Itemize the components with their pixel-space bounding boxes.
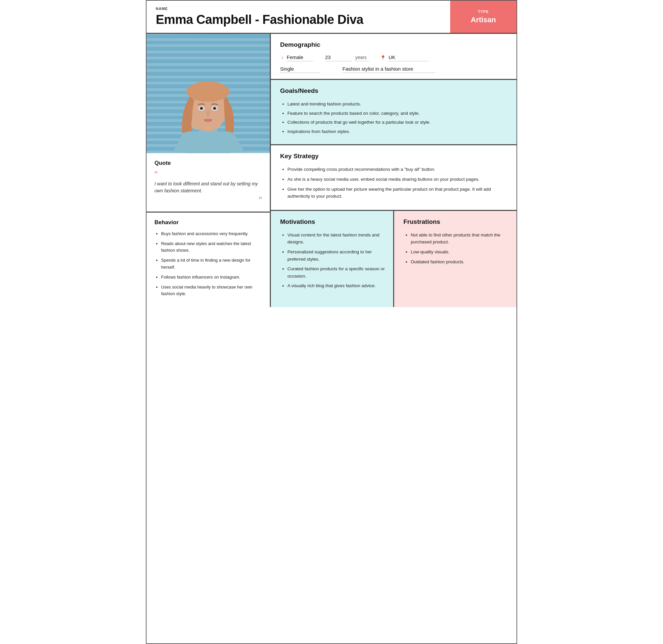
list-item: Uses social media heavily to showcase he… (161, 284, 262, 297)
status-field: Single (280, 66, 320, 73)
frustrations-title: Frustrations (404, 218, 508, 225)
quote-section: Quote “ I want to look different and sta… (146, 153, 270, 213)
svg-rect-4 (146, 53, 270, 57)
svg-rect-6 (146, 66, 270, 69)
type-label: TYPE (478, 9, 489, 14)
list-item: Low-quality visuals. (411, 248, 508, 256)
svg-point-25 (189, 81, 227, 98)
location-field: 📍 UK (380, 54, 428, 61)
quote-close: ” (155, 196, 262, 205)
motivations-title: Motivations (280, 218, 385, 225)
motivations-section: Motivations Visual content for the lates… (271, 211, 394, 307)
goals-title: Goals/Needs (280, 87, 507, 94)
list-item: Feature to search the products based on … (288, 110, 507, 117)
frustrations-list: Not able to find other products that mat… (404, 231, 508, 265)
header-left: NAME Emma Campbell - Fashionable Diva (146, 1, 450, 33)
quote-title: Quote (155, 160, 262, 166)
bottom-row: Motivations Visual content for the lates… (271, 211, 517, 307)
list-item: Buys fashion and accessories very freque… (161, 230, 262, 237)
demographic-title: Demographic (280, 41, 507, 48)
demo-row-2: Single Fashion stylist in a fashion stor… (280, 66, 507, 73)
demographic-section: Demographic ♀ Female 23 years 📍 (271, 34, 517, 80)
list-item: Inspirations from fashion styles. (288, 128, 507, 135)
svg-rect-1 (146, 34, 270, 38)
quote-text: I want to look different and stand out b… (155, 180, 262, 194)
svg-rect-2 (146, 41, 270, 44)
strategy-list: Provide compelling cross product recomme… (280, 166, 507, 200)
list-item: Spends a lot of time in finding a new de… (161, 257, 262, 270)
svg-point-28 (201, 107, 203, 109)
list-item: Visual content for the latest fashion tr… (288, 231, 385, 246)
list-item: Not able to find other products that mat… (411, 231, 508, 246)
list-item: A visually rich blog that gives fashion … (288, 282, 385, 289)
goals-section: Goals/Needs Latest and trending fashion … (271, 80, 517, 145)
strategy-title: Key Strategy (280, 153, 507, 160)
svg-point-32 (191, 116, 202, 130)
strategy-section: Key Strategy Provide compelling cross pr… (271, 145, 517, 210)
behavior-list: Buys fashion and accessories very freque… (155, 230, 262, 297)
list-item: Collections of products that go well tog… (288, 119, 507, 126)
demo-row-1: ♀ Female 23 years 📍 UK (280, 54, 507, 61)
status-value: Single (280, 66, 320, 73)
location-value: UK (389, 54, 428, 61)
right-column: Demographic ♀ Female 23 years 📍 (271, 34, 517, 307)
svg-rect-3 (146, 47, 270, 51)
name-label: NAME (156, 7, 441, 10)
list-item: Follows fashion influencers on Instagram… (161, 274, 262, 281)
list-item: Give her the option to upload her pictur… (288, 186, 507, 200)
type-value: Artisan (471, 16, 496, 24)
age-field: 23 years (325, 54, 369, 61)
gender-value: Female (287, 54, 313, 61)
list-item: Provide compelling cross product recomme… (288, 166, 507, 173)
occupation-value: Fashion stylist in a fashion store (342, 66, 435, 73)
persona-name: Emma Campbell - Fashionable Diva (156, 13, 441, 27)
list-item: Outdated fashion products. (411, 258, 508, 266)
svg-rect-5 (146, 59, 270, 63)
gender-icon: ♀ (280, 55, 284, 61)
list-item: Latest and trending fashion products. (288, 101, 507, 108)
persona-photo (146, 34, 270, 153)
svg-point-31 (213, 107, 215, 109)
list-item: Personalized suggestions according to he… (288, 248, 385, 263)
occupation-field: Fashion stylist in a fashion store (342, 66, 435, 73)
motivations-list: Visual content for the latest fashion tr… (280, 231, 385, 289)
behavior-section: Behavior Buys fashion and accessories ve… (146, 213, 270, 307)
location-icon: 📍 (380, 55, 386, 61)
list-item: Reads about new styles and watches the l… (161, 240, 262, 254)
left-column: Quote “ I want to look different and sta… (146, 34, 271, 307)
behavior-title: Behavior (155, 219, 262, 226)
goals-list: Latest and trending fashion products. Fe… (280, 101, 507, 135)
frustrations-section: Frustrations Not able to find other prod… (394, 211, 517, 307)
quote-open: “ (155, 170, 262, 179)
age-label: years (356, 55, 369, 61)
age-value: 23 (325, 54, 352, 61)
list-item: As she is a heavy social media user, emb… (288, 176, 507, 183)
main-content: Quote “ I want to look different and sta… (146, 34, 517, 307)
svg-rect-8 (146, 78, 270, 82)
svg-rect-7 (146, 72, 270, 76)
header-type: TYPE Artisan (450, 1, 517, 33)
gender-field: ♀ Female (280, 54, 313, 61)
header: NAME Emma Campbell - Fashionable Diva TY… (146, 1, 517, 34)
list-item: Curated fashion products for a specific … (288, 265, 385, 280)
